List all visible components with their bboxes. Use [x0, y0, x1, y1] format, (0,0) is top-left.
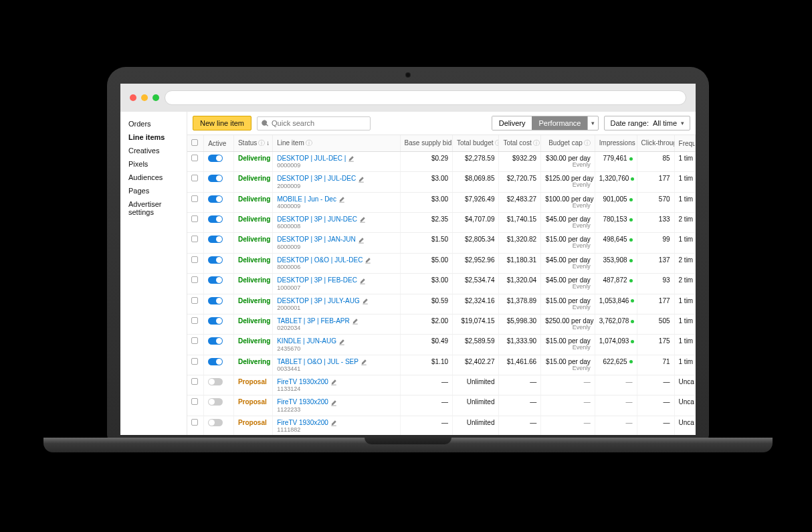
row-checkbox[interactable] [191, 195, 198, 202]
active-toggle[interactable] [208, 337, 223, 345]
active-toggle[interactable] [208, 256, 223, 264]
table-row[interactable]: DeliveringDESKTOP | 3P | FEB-DEC1000007$… [187, 274, 696, 294]
edit-icon[interactable] [330, 379, 337, 385]
line-item-link[interactable]: DESKTOP | 3P | JULY-AUG [277, 297, 360, 304]
col-ct[interactable]: Click-throughsⓘ [637, 135, 674, 152]
line-item-link[interactable]: DESKTOP | 3P | JUL-DEC [277, 175, 356, 182]
row-checkbox[interactable] [191, 276, 198, 283]
table-row[interactable]: ProposalFireTV 1930x2001133124—Unlimited… [187, 375, 696, 395]
line-item-link[interactable]: TABLET | 3P | FEB-APR [277, 317, 350, 325]
table-row[interactable]: DeliveringDESKTOP | 3P | JULY-AUG2000001… [187, 294, 696, 314]
line-item-link[interactable]: TABLET | O&O | JUL - SEP [277, 358, 359, 365]
edit-icon[interactable] [361, 359, 367, 365]
sidebar-item-creatives[interactable]: Creatives [120, 144, 187, 157]
line-item-link[interactable]: DESKTOP | JUL-DEC | [277, 155, 346, 162]
active-toggle[interactable] [208, 419, 223, 426]
row-checkbox[interactable] [191, 236, 198, 242]
seg-performance[interactable]: Performance [532, 116, 587, 130]
active-toggle[interactable] [208, 175, 223, 182]
col-status[interactable]: Statusⓘ↓ [233, 135, 272, 152]
table-row[interactable]: DeliveringDESKTOP | JUL-DEC |0000009$0.2… [187, 152, 696, 172]
sidebar-item-advertiser-settings[interactable]: Advertiser settings [120, 197, 187, 219]
row-checkbox[interactable] [191, 358, 198, 365]
col-bid[interactable]: Base supply bidⓘ [400, 135, 452, 152]
col-freq[interactable]: Frequ [674, 135, 695, 152]
minimize-icon[interactable] [141, 94, 148, 101]
edit-icon[interactable] [359, 216, 366, 223]
line-item-link[interactable]: MOBILE | Jun - Dec [277, 195, 336, 203]
line-item-link[interactable]: DESKTOP | O&O | JUL-DEC [277, 256, 363, 264]
line-item-link[interactable]: DESKTOP | 3P | JUN-DEC [277, 215, 357, 223]
edit-icon[interactable] [338, 339, 345, 345]
edit-icon[interactable] [359, 278, 366, 284]
close-icon[interactable] [130, 94, 136, 101]
search-field[interactable] [272, 119, 366, 127]
table-row[interactable]: DeliveringDESKTOP | O&O | JUL-DEC8000006… [187, 253, 696, 273]
date-range-select[interactable]: Date range: All time ▾ [604, 116, 690, 130]
active-toggle[interactable] [208, 317, 223, 325]
row-checkbox[interactable] [191, 256, 198, 263]
row-checkbox[interactable] [191, 215, 198, 222]
row-checkbox[interactable] [191, 419, 198, 426]
row-checkbox[interactable] [191, 378, 198, 385]
edit-icon[interactable] [362, 298, 369, 304]
row-checkbox[interactable] [191, 297, 198, 304]
active-toggle[interactable] [208, 195, 223, 203]
col-cap[interactable]: Budget capⓘ [541, 135, 595, 152]
active-toggle[interactable] [208, 215, 223, 223]
maximize-icon[interactable] [153, 94, 159, 101]
col-active[interactable]: Active [204, 135, 234, 152]
row-checkbox[interactable] [191, 175, 198, 181]
col-checkbox[interactable] [187, 135, 204, 152]
active-toggle[interactable] [208, 358, 223, 365]
line-item-link[interactable]: FireTV 1930x200 [277, 398, 328, 406]
edit-icon[interactable] [330, 400, 337, 406]
line-item-link[interactable]: DESKTOP | 3P | FEB-DEC [277, 276, 357, 284]
col-budget[interactable]: Total budgetⓘ [453, 135, 499, 152]
table-row[interactable]: ProposalFireTV 1930x2001111882—Unlimited… [187, 416, 696, 435]
table-row[interactable]: DeliveringTABLET | O&O | JUL - SEP003344… [187, 355, 696, 375]
line-item-link[interactable]: KINDLE | JUN-AUG [277, 337, 336, 345]
table-row[interactable]: DeliveringKINDLE | JUN-AUG2435670$0.49$2… [187, 335, 696, 355]
line-item-link[interactable]: DESKTOP | 3P | JAN-JUN [277, 236, 355, 243]
line-item-link[interactable]: FireTV 1930x200 [277, 378, 328, 385]
sidebar-item-audiences[interactable]: Audiences [120, 171, 187, 184]
table-row[interactable]: DeliveringDESKTOP | 3P | JUL-DEC2000009$… [187, 172, 696, 192]
row-checkbox[interactable] [191, 317, 198, 324]
seg-delivery[interactable]: Delivery [492, 116, 532, 130]
table-row[interactable]: DeliveringMOBILE | Jun - Dec4000009$3.00… [187, 192, 696, 212]
row-checkbox[interactable] [191, 155, 198, 161]
sidebar-item-line-items[interactable]: Line items [120, 130, 187, 144]
row-checkbox[interactable] [191, 337, 198, 344]
search-input[interactable] [257, 116, 371, 130]
line-item-link[interactable]: FireTV 1930x200 [277, 419, 328, 426]
sidebar-item-pixels[interactable]: Pixels [120, 157, 187, 171]
seg-dropdown[interactable]: ▾ [587, 116, 598, 130]
url-bar[interactable] [165, 90, 686, 105]
edit-icon[interactable] [365, 257, 371, 264]
col-impr[interactable]: Impressionsⓘ [595, 135, 637, 152]
active-toggle[interactable] [208, 378, 223, 385]
edit-icon[interactable] [358, 176, 365, 183]
edit-icon[interactable] [352, 318, 359, 325]
sidebar-item-orders[interactable]: Orders [120, 117, 187, 130]
edit-icon[interactable] [330, 420, 337, 426]
col-cost[interactable]: Total costⓘ [499, 135, 541, 152]
table-row[interactable]: ProposalFireTV 1930x2001122233—Unlimited… [187, 395, 696, 416]
checkbox-icon[interactable] [191, 139, 198, 146]
edit-icon[interactable] [338, 196, 345, 203]
active-toggle[interactable] [208, 297, 223, 304]
edit-icon[interactable] [348, 155, 354, 162]
active-toggle[interactable] [208, 236, 223, 243]
active-toggle[interactable] [208, 276, 223, 284]
table-row[interactable]: DeliveringDESKTOP | 3P | JUN-DEC6000008$… [187, 213, 696, 233]
active-toggle[interactable] [208, 398, 223, 406]
table-row[interactable]: DeliveringTABLET | 3P | FEB-APR0202034$2… [187, 314, 696, 334]
col-line-item[interactable]: Line itemⓘ [273, 135, 400, 152]
sidebar-item-pages[interactable]: Pages [120, 184, 187, 197]
edit-icon[interactable] [358, 237, 365, 244]
active-toggle[interactable] [208, 155, 223, 162]
new-line-item-button[interactable]: New line item [193, 116, 251, 130]
table-row[interactable]: DeliveringDESKTOP | 3P | JAN-JUN6000009$… [187, 233, 696, 253]
row-checkbox[interactable] [191, 398, 198, 405]
